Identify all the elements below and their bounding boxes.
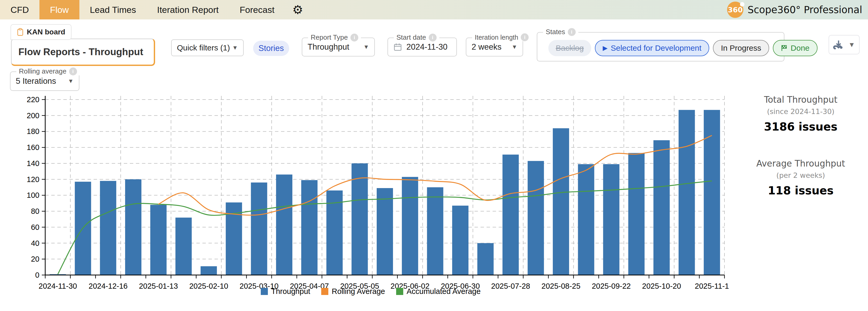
report-type-legend: Report Type i <box>308 33 361 41</box>
throughput-bar[interactable] <box>553 128 569 275</box>
start-date-picker[interactable]: Start date i 2024-11-30 <box>388 38 457 57</box>
report-type-select[interactable]: Report Type i Throughput ▼ <box>302 38 375 57</box>
report-type-value: Throughput <box>308 42 349 52</box>
throughput-bar[interactable] <box>100 181 116 275</box>
info-icon[interactable]: i <box>350 34 358 41</box>
throughput-bar[interactable] <box>679 110 695 275</box>
average-throughput-subtitle: (per 2 weeks) <box>734 171 868 179</box>
throughput-bar[interactable] <box>603 164 619 275</box>
states-filter-group: States i Backlog▶Selected for Developmen… <box>537 32 784 62</box>
caret-down-icon[interactable]: ▼ <box>848 41 855 49</box>
state-pill-label: Done <box>791 44 810 53</box>
y-tick-label: 80 <box>31 207 39 215</box>
logo-text: 360 <box>728 6 743 14</box>
throughput-bar[interactable] <box>150 205 167 275</box>
legend-item-throughput: Throughput <box>261 287 310 296</box>
quick-filters-label: Quick filters (1) <box>177 43 230 52</box>
download-icon <box>833 39 844 50</box>
average-throughput-title: Average Throughput <box>734 159 868 169</box>
throughput-bar[interactable] <box>402 177 418 275</box>
nav-tab-forecast[interactable]: Forecast <box>229 0 285 20</box>
nav-tab-lead-times[interactable]: Lead Times <box>80 0 147 20</box>
throughput-chart: 0204060801001201401601802002202024-11-30… <box>0 91 741 311</box>
legend-swatch-icon <box>261 288 268 295</box>
throughput-bar[interactable] <box>125 179 142 275</box>
throughput-bar[interactable] <box>175 217 192 275</box>
average-throughput-value: 118 issues <box>734 184 868 197</box>
throughput-bar[interactable] <box>351 163 368 275</box>
throughput-bar[interactable] <box>653 140 670 275</box>
y-tick-label: 0 <box>35 271 39 279</box>
download-button[interactable]: ▼ <box>829 35 860 55</box>
y-tick-label: 220 <box>27 95 39 104</box>
throughput-bar[interactable] <box>301 180 317 275</box>
nav-tabs: CFDFlowLead TimesIteration ReportForecas… <box>0 0 285 20</box>
throughput-bar[interactable] <box>628 153 645 275</box>
throughput-bar[interactable] <box>503 155 519 275</box>
state-pill-backlog[interactable]: Backlog <box>548 40 591 56</box>
nav-tab-cfd[interactable]: CFD <box>0 0 39 20</box>
nav-tab-iteration-report[interactable]: Iteration Report <box>147 0 229 20</box>
y-tick-label: 40 <box>31 239 39 247</box>
info-icon[interactable]: i <box>69 68 77 75</box>
throughput-bar[interactable] <box>200 266 217 275</box>
quick-filters-button[interactable]: Quick filters (1) ▼ <box>171 39 244 56</box>
legend-label: Throughput <box>271 287 310 296</box>
summary-panel: Total Throughput (since 2024-11-30) 3186… <box>734 95 868 197</box>
state-pill-label: Backlog <box>556 44 584 53</box>
throughput-bar[interactable] <box>578 164 594 275</box>
rolling-average-legend: Rolling average i <box>16 67 80 75</box>
board-badge[interactable]: KAN board <box>10 24 71 40</box>
nav-tab-flow[interactable]: Flow <box>39 0 80 20</box>
caret-down-icon: ▼ <box>232 44 238 51</box>
states-label: States <box>546 28 565 36</box>
report-type-label: Report Type <box>311 33 348 41</box>
iteration-length-value: 2 weeks <box>472 42 501 52</box>
chart-legend: ThroughputRolling AverageAccumulated Ave… <box>0 287 741 296</box>
iteration-length-label: Iteration length <box>475 34 518 41</box>
info-icon[interactable]: i <box>429 34 437 41</box>
stories-chip-label: Stories <box>258 44 284 53</box>
gear-icon[interactable]: ⚙ <box>292 0 303 20</box>
stories-filter-chip[interactable]: Stories <box>253 41 289 56</box>
state-pill-done[interactable]: Done <box>773 40 817 56</box>
start-date-legend: Start date i <box>394 33 439 41</box>
checkered-flag-icon <box>781 45 787 51</box>
top-navigation: CFDFlowLead TimesIteration ReportForecas… <box>0 0 868 20</box>
calendar-icon <box>393 42 402 51</box>
state-pill-selected-for-development[interactable]: ▶Selected for Development <box>595 40 710 56</box>
throughput-bar[interactable] <box>427 187 443 275</box>
clipboard-icon <box>17 28 24 36</box>
average-throughput-block: Average Throughput (per 2 weeks) 118 iss… <box>734 159 868 197</box>
info-icon[interactable]: i <box>568 28 576 36</box>
caret-down-icon: ▼ <box>363 44 369 50</box>
caret-down-icon: ▼ <box>512 44 517 50</box>
y-tick-label: 180 <box>27 127 39 136</box>
state-pill-in-progress[interactable]: In Progress <box>713 40 769 56</box>
y-tick-label: 200 <box>27 111 39 120</box>
throughput-bar[interactable] <box>704 110 720 275</box>
throughput-bar[interactable] <box>528 161 544 275</box>
legend-swatch-icon <box>321 288 328 295</box>
throughput-bar[interactable] <box>377 188 393 275</box>
y-tick-label: 160 <box>27 143 39 151</box>
y-tick-label: 60 <box>31 223 39 232</box>
page-title: Flow Reports - Throughput <box>11 39 155 66</box>
info-icon[interactable]: i <box>521 33 529 41</box>
iteration-length-select[interactable]: Iteration length i 2 weeks ▼ <box>466 38 523 57</box>
throughput-bar[interactable] <box>477 243 494 275</box>
states-legend: States i <box>543 28 578 36</box>
throughput-bar[interactable] <box>251 182 267 275</box>
throughput-bar[interactable] <box>276 174 292 275</box>
legend-item-rolling-average: Rolling Average <box>321 287 385 296</box>
scope360-logo-icon: 360 <box>727 2 743 18</box>
state-pill-label: Selected for Development <box>611 44 701 53</box>
legend-swatch-icon <box>396 288 403 295</box>
throughput-bar[interactable] <box>452 206 468 275</box>
states-pills: Backlog▶Selected for DevelopmentIn Progr… <box>548 40 817 56</box>
play-icon: ▶ <box>603 44 608 52</box>
total-throughput-block: Total Throughput (since 2024-11-30) 3186… <box>734 95 868 133</box>
brand-name: Scope360° Professional <box>748 4 862 15</box>
board-badge-label: KAN board <box>27 28 65 36</box>
rolling-average-select[interactable]: Rolling average i 5 Iterations ▼ <box>10 71 80 91</box>
